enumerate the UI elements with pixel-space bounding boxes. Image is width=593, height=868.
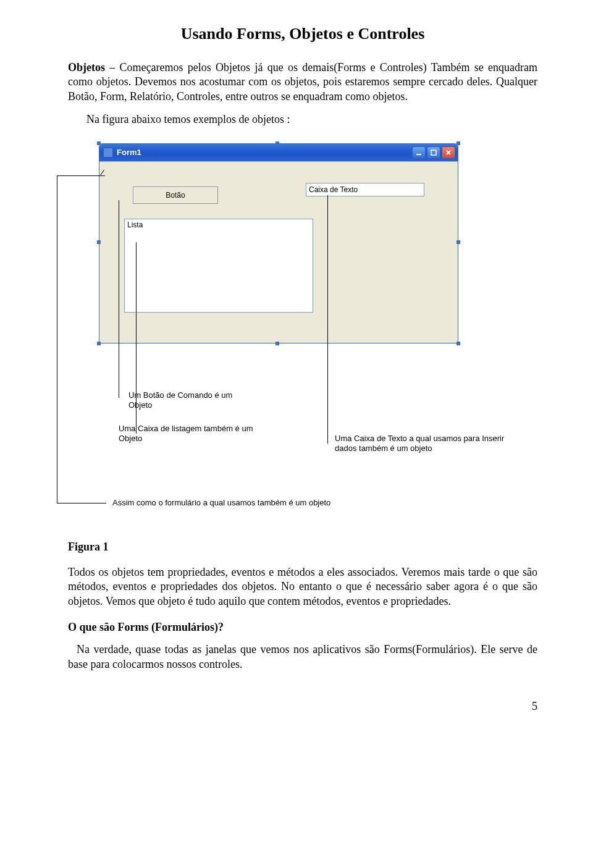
figure-1: Form1 Botão Caixa — [68, 138, 537, 534]
leader-line — [57, 175, 105, 176]
leader-line — [119, 200, 119, 398]
objetos-rest: – Começaremos pelos Objetos já que os de… — [68, 61, 537, 103]
maximize-button[interactable] — [427, 146, 440, 159]
callout-form: Assim como o formulário a qual usamos ta… — [112, 498, 421, 508]
close-button[interactable] — [442, 146, 455, 159]
selection-handle — [97, 141, 101, 145]
form-window: Form1 Botão Caixa — [99, 143, 458, 343]
svg-rect-0 — [416, 154, 421, 155]
leader-line — [327, 195, 328, 444]
callout-button: Um Botão de Comando é um Objeto — [128, 390, 252, 411]
selection-handle — [275, 141, 279, 145]
form-icon — [103, 148, 113, 158]
minimize-button[interactable] — [412, 146, 426, 159]
paragraph-objetos: Objetos – Começaremos pelos Objetos já q… — [68, 61, 537, 104]
listbox[interactable]: Lista — [124, 219, 313, 313]
objetos-bold: Objetos — [68, 61, 105, 74]
svg-rect-1 — [431, 150, 436, 155]
figure-label: Figura 1 — [68, 540, 537, 554]
callout-textbox: Uma Caixa de Texto a qual usamos para In… — [335, 434, 514, 455]
window-buttons — [412, 146, 455, 159]
command-button[interactable]: Botão — [133, 187, 218, 204]
selection-handle — [275, 342, 279, 345]
paragraph-fig-intro: Na figura abaixo temos exemplos de objet… — [68, 112, 537, 127]
callout-list: Uma Caixa de listagem também é um Objeto — [119, 424, 261, 445]
leader-line — [57, 503, 106, 504]
paragraph-forms: Na verdade, quase todas as janelas que v… — [68, 643, 537, 672]
selection-handle — [97, 342, 101, 345]
leader-line — [57, 175, 57, 503]
heading-forms: O que são Forms (Formulários)? — [68, 621, 537, 634]
page-number: 5 — [68, 700, 537, 713]
selection-handle — [456, 240, 460, 244]
form-client-area: Botão Caixa de Texto Lista — [99, 161, 458, 343]
selection-handle — [456, 141, 460, 145]
page-title: Usando Forms, Objetos e Controles — [68, 25, 537, 43]
titlebar[interactable]: Form1 — [99, 144, 458, 161]
paragraph-properties: Todos os objetos tem propriedades, event… — [68, 565, 537, 609]
textbox[interactable]: Caixa de Texto — [306, 183, 424, 196]
selection-handle — [97, 240, 101, 244]
selection-handle — [456, 342, 460, 345]
form-title: Form1 — [117, 148, 141, 157]
